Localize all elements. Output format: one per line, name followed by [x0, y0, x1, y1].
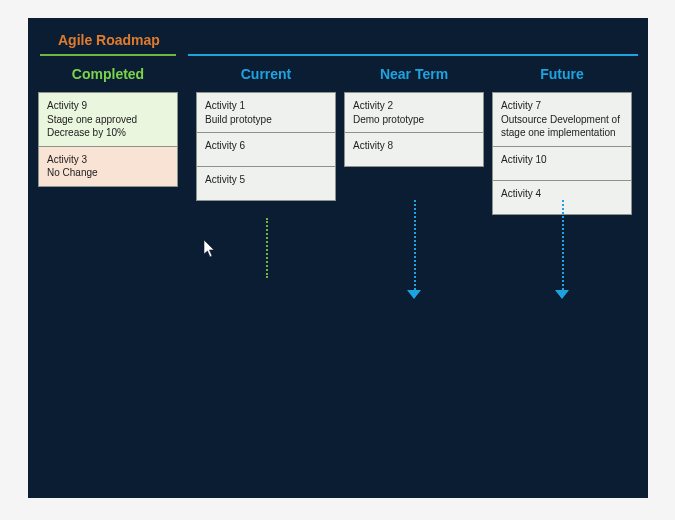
- card-desc: No Change: [47, 166, 169, 180]
- card-title: Activity 7: [501, 99, 623, 113]
- card-title: Activity 8: [353, 139, 475, 153]
- column-future: Future Activity 7 Outsource Development …: [492, 60, 632, 215]
- card-title: Activity 1: [205, 99, 327, 113]
- card-desc: Outsource Development of stage one imple…: [501, 113, 623, 140]
- card-title: Activity 4: [501, 187, 623, 201]
- card-desc: Build prototype: [205, 113, 327, 127]
- card-desc: Demo prototype: [353, 113, 475, 127]
- card-activity-3[interactable]: Activity 3 No Change: [38, 147, 178, 187]
- card-title: Activity 10: [501, 153, 623, 167]
- card-activity-1[interactable]: Activity 1 Build prototype: [196, 92, 336, 133]
- card-activity-7[interactable]: Activity 7 Outsource Development of stag…: [492, 92, 632, 147]
- card-desc: Stage one approved Decrease by 10%: [47, 113, 169, 140]
- page-title: Agile Roadmap: [58, 32, 160, 48]
- card-title: Activity 5: [205, 173, 327, 187]
- card-activity-9[interactable]: Activity 9 Stage one approved Decrease b…: [38, 92, 178, 147]
- connector-future: [562, 200, 564, 290]
- card-title: Activity 6: [205, 139, 327, 153]
- card-title: Activity 2: [353, 99, 475, 113]
- connector-near-term: [414, 200, 416, 290]
- roadmap-board: Agile Roadmap Completed Activity 9 Stage…: [28, 18, 648, 498]
- connector-current: [266, 218, 268, 278]
- lanes-underline: [188, 54, 638, 56]
- card-activity-2[interactable]: Activity 2 Demo prototype: [344, 92, 484, 133]
- column-header-future: Future: [492, 60, 632, 92]
- card-activity-10[interactable]: Activity 10: [492, 147, 632, 181]
- card-activity-5[interactable]: Activity 5: [196, 167, 336, 201]
- column-current: Current Activity 1 Build prototype Activ…: [196, 60, 336, 201]
- card-activity-6[interactable]: Activity 6: [196, 133, 336, 167]
- column-completed: Completed Activity 9 Stage one approved …: [38, 60, 178, 187]
- column-header-current: Current: [196, 60, 336, 92]
- card-activity-8[interactable]: Activity 8: [344, 133, 484, 167]
- card-title: Activity 3: [47, 153, 169, 167]
- chevron-down-icon: [555, 290, 569, 299]
- cursor-icon: [204, 240, 216, 258]
- column-header-near-term: Near Term: [344, 60, 484, 92]
- column-near-term: Near Term Activity 2 Demo prototype Acti…: [344, 60, 484, 167]
- chevron-down-icon: [407, 290, 421, 299]
- completed-underline: [40, 54, 176, 56]
- card-title: Activity 9: [47, 99, 169, 113]
- column-header-completed: Completed: [38, 60, 178, 92]
